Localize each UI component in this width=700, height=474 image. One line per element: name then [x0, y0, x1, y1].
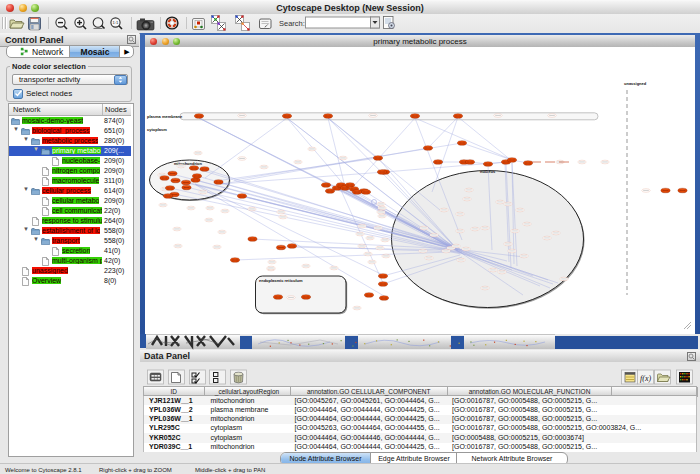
svg-text:cytoplasm: cytoplasm	[147, 127, 167, 132]
svg-text:1:1: 1:1	[113, 20, 119, 25]
svg-text:endoplasmic reticulum: endoplasmic reticulum	[259, 278, 303, 283]
svg-text:unassigned: unassigned	[624, 81, 647, 86]
svg-text:f(x): f(x)	[640, 374, 651, 383]
svg-text:Search:: Search:	[279, 19, 305, 28]
svg-text:plasma membrane: plasma membrane	[147, 114, 183, 119]
